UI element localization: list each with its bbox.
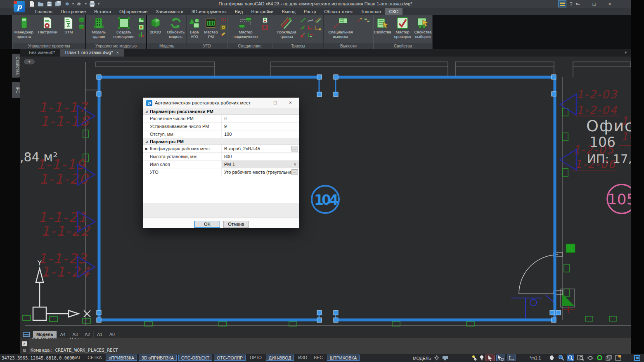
layout-tab-a4[interactable]: А4 [57,331,69,338]
dialog-maximize-button[interactable]: □ [268,98,283,108]
ok-button[interactable]: OK [194,221,220,228]
chevron-down-icon[interactable]: ∨ [294,162,296,166]
route-channel-icon[interactable] [315,25,321,31]
doc-tab-plan[interactable]: План 1-ого этажа.dwg* × [60,49,124,57]
ugo-value[interactable]: Уго рабочего места (треугольник) ... [222,168,299,176]
scale-indicator[interactable]: *m1:1 [530,355,541,360]
minimize-button[interactable]: – [571,0,586,8]
route-node-icon[interactable] [300,17,306,23]
rm-master-button[interactable]: Мастер РМ [204,16,218,39]
leader-node-icon[interactable] [356,17,363,23]
connection-check-icon[interactable] [262,24,268,30]
tab-oblaka-tochek[interactable]: Облака точек [320,8,357,15]
port-labels-left[interactable]: 1-1-17 1-1-18 1-1-19 1-1-20 1-1-21 1-1-2… [36,99,90,280]
layer-name-dropdown[interactable]: РМ-1 ∨ [222,161,299,168]
dialog-title-bar[interactable]: p Автоматическая расстановка рабочих мес… [143,98,299,108]
route-hatch-icon[interactable] [315,17,321,23]
zoom-lens-icon[interactable] [558,355,564,361]
tab-vyvod[interactable]: Вывод [277,8,299,15]
row-offset[interactable]: Отступ, мм 100 [143,130,299,138]
toggle-dyn-input[interactable]: ДИН-ВВОД [266,355,294,361]
green-equipment-box[interactable] [566,244,575,253]
qat-overflow-icon[interactable]: ▾ [98,2,99,6]
project-manager-button[interactable]: Менеджер проекта [13,16,35,39]
building-model-button[interactable]: Модель здания [88,16,110,39]
tab-nastroyki[interactable]: Настройки [247,8,278,15]
tab-3d-instrumenty[interactable]: 3D-инструменты [187,8,231,15]
toggle-iso[interactable]: ИЗО [296,355,310,361]
route-del-icon[interactable] [300,32,306,38]
check-master-button[interactable]: Мастер проверок [393,16,412,39]
floor-plan-svg[interactable]: 1-1-17 1-1-18 1-1-19 1-1-20 1-1-21 1-1-2… [20,57,631,331]
tab-oformlenie[interactable]: Оформление [115,8,152,15]
dialog-close-button[interactable]: × [283,98,298,108]
room-bubble-105[interactable]: 105 [607,185,631,213]
route-level-icon[interactable] [307,32,314,38]
ugo-gear-icon[interactable] [220,24,227,30]
cancel-button[interactable]: Отмена [223,221,249,228]
create-room-button[interactable]: Создать помещение [111,16,136,39]
tab-vstavka[interactable]: Вставка [90,8,115,15]
command-line-window[interactable]: × ShowCubIfc IFC... Команда: CREATE_WORK… [20,338,631,354]
command-history[interactable]: ShowCubIfc IFC... Команда: CREATE_WORK_P… [31,338,118,354]
cursor-window-button[interactable] [496,355,505,361]
doc-tab-unnamed[interactable]: Без имени0* [24,49,60,57]
cable-fittings[interactable] [23,108,617,326]
toggle-setka[interactable]: СЕТКА [85,355,104,361]
side-tab-ifc[interactable]: IFC [12,82,20,98]
tab-topoplan[interactable]: Топоплан [357,8,385,15]
row-configuration[interactable]: ▶ Конфигурация рабочих мест В короб_2xRJ… [143,145,299,153]
restore-button[interactable]: □ [586,0,602,8]
layout-tab-a0[interactable]: А0 [106,331,118,338]
monitor-icon[interactable] [442,355,448,361]
toggle-otrack-object[interactable]: ОТС-ОБЪЕКТ [178,355,212,361]
toggle-hatch[interactable]: ШТРИХОВКА [327,355,360,361]
undo-dropdown-icon[interactable]: ▾ [72,2,74,6]
configuration-value[interactable]: В короб_2xRJ-45 ... [222,145,299,152]
ugo-edit-icon[interactable] [220,31,227,37]
properties-button[interactable]: Свойства [374,16,391,39]
room-corner-icon[interactable] [138,17,144,23]
collapse-icon[interactable]: ◢ [143,140,150,143]
dialog-minimize-button[interactable]: – [252,98,268,108]
toggle-osnap[interactable]: оПРИВЯЗКА [106,355,137,361]
ugo-browse-button[interactable]: ... [291,169,298,175]
save-icon[interactable] [46,1,52,7]
doc-tabs-overflow-icon[interactable]: ▾ [625,50,627,54]
copy-window-icon[interactable] [606,355,612,361]
connection-master-button[interactable]: Мастер подключения [231,16,260,39]
drawing-canvas[interactable]: + [20,57,631,331]
connection-doc-icon[interactable] [262,17,268,23]
layout-tab-a1[interactable]: А1 [94,331,106,338]
pin-icon[interactable] [23,349,26,352]
2d3d-button[interactable]: 2D/3D [147,16,163,39]
new-viewport-icon[interactable] [615,355,621,361]
route-laying-button[interactable]: Прокладка трассы [275,16,298,39]
zoom-extents-icon[interactable] [577,355,584,361]
layout-list-icon[interactable] [23,332,30,337]
new-file-icon[interactable] [29,1,35,7]
row-install-height[interactable]: Высота установки, мм 800 [143,153,299,161]
ugo-grid-icon[interactable] [220,17,227,23]
lightbulb-icon[interactable] [480,355,484,361]
ucs-toggle-button[interactable] [507,355,516,361]
layout-tab-a2[interactable]: А2 [81,331,94,338]
selection-properties-button[interactable]: Свойства выборки [414,16,432,39]
layout-tab-model[interactable]: Модель [33,331,57,338]
pan-hand-icon[interactable] [549,355,555,361]
toggle-otrack-polar[interactable]: ОТС-ПОЛЯР [214,355,246,361]
special-leader-button[interactable]: Специальная выноска [327,16,355,39]
route-corner-icon[interactable] [307,25,314,31]
db-export-icon[interactable] [78,17,85,23]
configuration-browse-button[interactable]: ... [291,146,298,151]
update-model-button[interactable]: Обновить модель [165,16,186,39]
fullscreen-icon[interactable] [634,355,640,362]
etm-button[interactable]: Σ ЭТМ [60,16,77,39]
toggle-shag[interactable]: ШАГ [69,355,83,361]
room-stats-icon[interactable] [138,31,144,37]
installed-count-input[interactable]: 9 [222,123,299,130]
tab-zavisimosti[interactable]: Зависимости [152,8,187,15]
collapse-icon[interactable]: ◢ [143,110,150,113]
close-button[interactable]: × [602,0,618,8]
socket-symbol[interactable] [511,295,553,319]
